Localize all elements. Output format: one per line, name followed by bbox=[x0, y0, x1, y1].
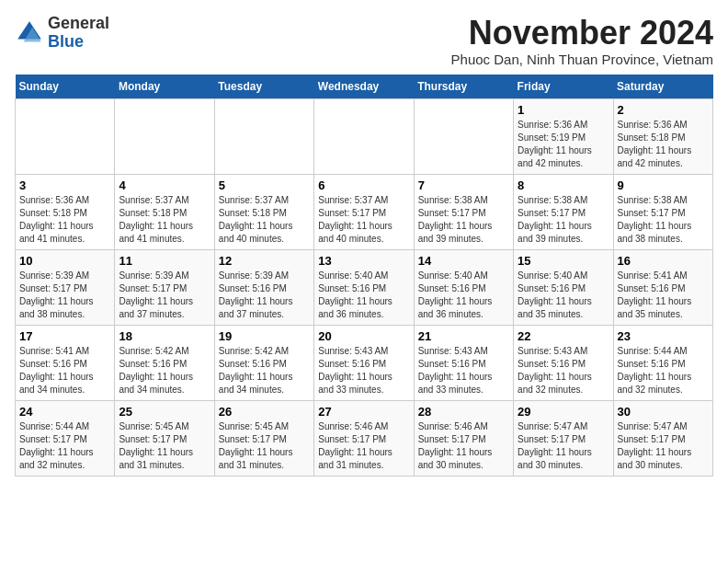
calendar-week-row: 10Sunrise: 5:39 AM Sunset: 5:17 PM Dayli… bbox=[16, 249, 713, 325]
day-number: 25 bbox=[119, 405, 210, 419]
day-number: 29 bbox=[518, 405, 609, 419]
calendar-cell bbox=[214, 98, 313, 174]
calendar-cell: 28Sunrise: 5:46 AM Sunset: 5:17 PM Dayli… bbox=[414, 400, 513, 476]
weekday-row: SundayMondayTuesdayWednesdayThursdayFrid… bbox=[16, 75, 713, 99]
day-number: 23 bbox=[618, 329, 709, 343]
day-number: 30 bbox=[618, 405, 709, 419]
calendar-cell: 16Sunrise: 5:41 AM Sunset: 5:16 PM Dayli… bbox=[613, 249, 712, 325]
month-title: November 2024 bbox=[451, 15, 713, 52]
calendar-cell: 5Sunrise: 5:37 AM Sunset: 5:18 PM Daylig… bbox=[214, 174, 313, 249]
day-info: Sunrise: 5:47 AM Sunset: 5:17 PM Dayligh… bbox=[518, 420, 609, 472]
day-number: 15 bbox=[518, 254, 609, 268]
calendar-week-row: 3Sunrise: 5:36 AM Sunset: 5:18 PM Daylig… bbox=[16, 174, 713, 249]
logo-blue: Blue bbox=[48, 32, 84, 51]
calendar-cell: 14Sunrise: 5:40 AM Sunset: 5:16 PM Dayli… bbox=[414, 249, 513, 325]
day-info: Sunrise: 5:40 AM Sunset: 5:16 PM Dayligh… bbox=[318, 270, 409, 321]
day-info: Sunrise: 5:39 AM Sunset: 5:17 PM Dayligh… bbox=[119, 270, 210, 321]
day-info: Sunrise: 5:44 AM Sunset: 5:16 PM Dayligh… bbox=[618, 345, 709, 396]
calendar-cell: 19Sunrise: 5:42 AM Sunset: 5:16 PM Dayli… bbox=[214, 325, 313, 400]
day-number: 9 bbox=[618, 178, 709, 192]
day-number: 11 bbox=[119, 254, 210, 268]
day-number: 19 bbox=[219, 329, 310, 343]
calendar-cell bbox=[314, 98, 414, 174]
day-number: 10 bbox=[19, 254, 110, 268]
calendar-header: SundayMondayTuesdayWednesdayThursdayFrid… bbox=[16, 75, 713, 99]
day-info: Sunrise: 5:36 AM Sunset: 5:18 PM Dayligh… bbox=[19, 194, 110, 246]
calendar-cell: 25Sunrise: 5:45 AM Sunset: 5:17 PM Dayli… bbox=[115, 400, 214, 476]
day-number: 26 bbox=[219, 405, 310, 419]
location-title: Phuoc Dan, Ninh Thuan Province, Vietnam bbox=[451, 52, 713, 67]
day-info: Sunrise: 5:38 AM Sunset: 5:17 PM Dayligh… bbox=[618, 194, 709, 246]
calendar-week-row: 1Sunrise: 5:36 AM Sunset: 5:19 PM Daylig… bbox=[16, 98, 713, 174]
weekday-header: Thursday bbox=[414, 75, 513, 99]
day-info: Sunrise: 5:41 AM Sunset: 5:16 PM Dayligh… bbox=[19, 345, 110, 396]
calendar-cell bbox=[115, 98, 214, 174]
day-info: Sunrise: 5:36 AM Sunset: 5:19 PM Dayligh… bbox=[518, 119, 609, 170]
calendar-cell: 2Sunrise: 5:36 AM Sunset: 5:18 PM Daylig… bbox=[613, 98, 712, 174]
logo: General Blue bbox=[15, 15, 109, 52]
day-number: 20 bbox=[318, 329, 409, 343]
day-info: Sunrise: 5:42 AM Sunset: 5:16 PM Dayligh… bbox=[219, 345, 310, 396]
calendar-week-row: 24Sunrise: 5:44 AM Sunset: 5:17 PM Dayli… bbox=[16, 400, 713, 476]
logo-general: General bbox=[48, 14, 109, 32]
weekday-header: Wednesday bbox=[314, 75, 414, 99]
calendar-week-row: 17Sunrise: 5:41 AM Sunset: 5:16 PM Dayli… bbox=[16, 325, 713, 400]
day-number: 24 bbox=[19, 405, 110, 419]
day-info: Sunrise: 5:43 AM Sunset: 5:16 PM Dayligh… bbox=[318, 345, 409, 396]
day-number: 27 bbox=[318, 405, 409, 419]
weekday-header: Friday bbox=[514, 75, 613, 99]
weekday-header: Tuesday bbox=[214, 75, 313, 99]
calendar-cell: 26Sunrise: 5:45 AM Sunset: 5:17 PM Dayli… bbox=[214, 400, 313, 476]
day-info: Sunrise: 5:40 AM Sunset: 5:16 PM Dayligh… bbox=[518, 270, 609, 321]
day-info: Sunrise: 5:38 AM Sunset: 5:17 PM Dayligh… bbox=[518, 194, 609, 246]
day-number: 17 bbox=[19, 329, 110, 343]
calendar-cell: 3Sunrise: 5:36 AM Sunset: 5:18 PM Daylig… bbox=[16, 174, 115, 249]
logo-text: General Blue bbox=[48, 15, 109, 52]
calendar-cell: 23Sunrise: 5:44 AM Sunset: 5:16 PM Dayli… bbox=[613, 325, 712, 400]
day-number: 13 bbox=[318, 254, 409, 268]
calendar-table: SundayMondayTuesdayWednesdayThursdayFrid… bbox=[15, 75, 713, 477]
day-number: 21 bbox=[418, 329, 509, 343]
calendar-cell: 22Sunrise: 5:43 AM Sunset: 5:16 PM Dayli… bbox=[514, 325, 613, 400]
calendar-cell: 30Sunrise: 5:47 AM Sunset: 5:17 PM Dayli… bbox=[613, 400, 712, 476]
day-info: Sunrise: 5:43 AM Sunset: 5:16 PM Dayligh… bbox=[518, 345, 609, 396]
calendar-cell: 7Sunrise: 5:38 AM Sunset: 5:17 PM Daylig… bbox=[414, 174, 513, 249]
weekday-header: Sunday bbox=[16, 75, 115, 99]
calendar-cell: 4Sunrise: 5:37 AM Sunset: 5:18 PM Daylig… bbox=[115, 174, 214, 249]
header: General Blue November 2024 Phuoc Dan, Ni… bbox=[15, 15, 713, 67]
day-number: 3 bbox=[19, 178, 110, 192]
day-number: 16 bbox=[618, 254, 709, 268]
calendar-cell: 9Sunrise: 5:38 AM Sunset: 5:17 PM Daylig… bbox=[613, 174, 712, 249]
day-info: Sunrise: 5:46 AM Sunset: 5:17 PM Dayligh… bbox=[418, 420, 509, 472]
calendar-cell bbox=[414, 98, 513, 174]
day-number: 28 bbox=[418, 405, 509, 419]
title-area: November 2024 Phuoc Dan, Ninh Thuan Prov… bbox=[451, 15, 713, 67]
day-info: Sunrise: 5:45 AM Sunset: 5:17 PM Dayligh… bbox=[119, 420, 210, 472]
weekday-header: Monday bbox=[115, 75, 214, 99]
day-info: Sunrise: 5:44 AM Sunset: 5:17 PM Dayligh… bbox=[19, 420, 110, 472]
day-info: Sunrise: 5:42 AM Sunset: 5:16 PM Dayligh… bbox=[119, 345, 210, 396]
logo-icon bbox=[15, 18, 44, 48]
day-info: Sunrise: 5:40 AM Sunset: 5:16 PM Dayligh… bbox=[418, 270, 509, 321]
calendar-cell: 24Sunrise: 5:44 AM Sunset: 5:17 PM Dayli… bbox=[16, 400, 115, 476]
day-number: 4 bbox=[119, 178, 210, 192]
day-number: 8 bbox=[518, 178, 609, 192]
calendar-cell: 21Sunrise: 5:43 AM Sunset: 5:16 PM Dayli… bbox=[414, 325, 513, 400]
calendar-cell: 8Sunrise: 5:38 AM Sunset: 5:17 PM Daylig… bbox=[514, 174, 613, 249]
calendar-body: 1Sunrise: 5:36 AM Sunset: 5:19 PM Daylig… bbox=[16, 98, 713, 476]
day-info: Sunrise: 5:43 AM Sunset: 5:16 PM Dayligh… bbox=[418, 345, 509, 396]
calendar-cell: 18Sunrise: 5:42 AM Sunset: 5:16 PM Dayli… bbox=[115, 325, 214, 400]
day-number: 12 bbox=[219, 254, 310, 268]
day-info: Sunrise: 5:37 AM Sunset: 5:17 PM Dayligh… bbox=[318, 194, 409, 246]
calendar-cell: 12Sunrise: 5:39 AM Sunset: 5:16 PM Dayli… bbox=[214, 249, 313, 325]
day-number: 6 bbox=[318, 178, 409, 192]
day-info: Sunrise: 5:47 AM Sunset: 5:17 PM Dayligh… bbox=[618, 420, 709, 472]
day-info: Sunrise: 5:37 AM Sunset: 5:18 PM Dayligh… bbox=[119, 194, 210, 246]
calendar-cell bbox=[16, 98, 115, 174]
calendar-cell: 10Sunrise: 5:39 AM Sunset: 5:17 PM Dayli… bbox=[16, 249, 115, 325]
day-info: Sunrise: 5:37 AM Sunset: 5:18 PM Dayligh… bbox=[219, 194, 310, 246]
day-info: Sunrise: 5:38 AM Sunset: 5:17 PM Dayligh… bbox=[418, 194, 509, 246]
calendar-cell: 11Sunrise: 5:39 AM Sunset: 5:17 PM Dayli… bbox=[115, 249, 214, 325]
calendar-cell: 27Sunrise: 5:46 AM Sunset: 5:17 PM Dayli… bbox=[314, 400, 414, 476]
day-info: Sunrise: 5:46 AM Sunset: 5:17 PM Dayligh… bbox=[318, 420, 409, 472]
